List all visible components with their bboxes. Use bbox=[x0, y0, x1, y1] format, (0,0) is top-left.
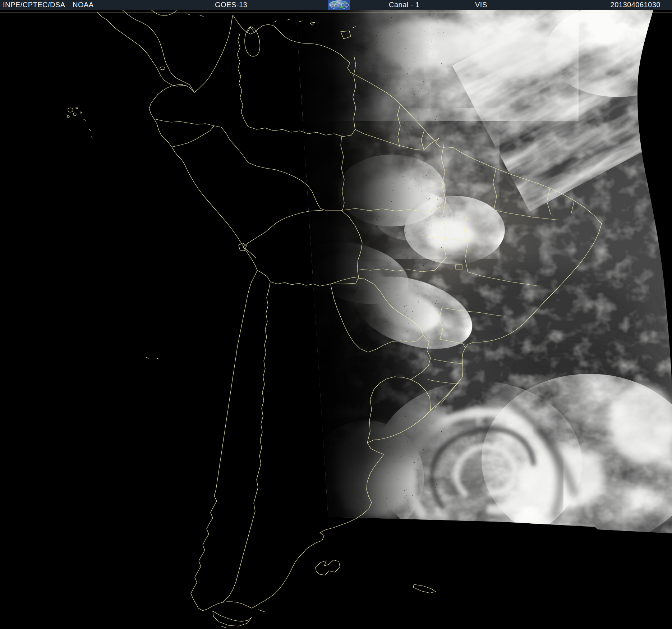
channel-type-label: VIS bbox=[475, 0, 487, 9]
island-espanola bbox=[84, 119, 86, 120]
island-curacao bbox=[287, 19, 290, 20]
island-floreana bbox=[67, 115, 69, 118]
satellite-product-page: { "header": { "agency": "INPE/CPTEC/DSA"… bbox=[0, 0, 672, 629]
border-ecuador-peru bbox=[172, 126, 214, 147]
border-colombia-ecuador bbox=[155, 119, 221, 127]
island-antilles-1 bbox=[187, 14, 190, 15]
island-san-ambrosio bbox=[156, 358, 159, 359]
satellite-label: GOES-13 bbox=[215, 0, 247, 9]
channel-label: Canal - 1 bbox=[389, 0, 420, 9]
island-isabela bbox=[68, 108, 73, 112]
noaa-label: NOAA bbox=[73, 0, 94, 9]
title-bar: INPE/CPTEC/DSA NOAA GOES-13 Canal - 1 VI… bbox=[0, 0, 672, 10]
falkland-islands bbox=[316, 560, 340, 575]
island-antilles-2 bbox=[200, 15, 203, 17]
island-santa-cruz bbox=[73, 113, 76, 116]
central-america-caribbean-coast bbox=[122, 10, 194, 92]
galapagos-islands bbox=[67, 107, 92, 138]
isla-de-los-estados bbox=[258, 610, 264, 612]
island-san-felix bbox=[146, 357, 149, 358]
lake-maracaibo bbox=[245, 27, 260, 56]
agency-label: INPE/CPTEC/DSA bbox=[3, 0, 65, 9]
island-small-1 bbox=[89, 129, 91, 130]
cptec-logo: CPTEC bbox=[328, 0, 350, 10]
island-aruba bbox=[274, 21, 277, 22]
border-venezuela-colombia bbox=[237, 33, 248, 127]
day-side-imagery bbox=[294, 0, 672, 546]
terminator-dither bbox=[302, 10, 446, 524]
island-far-south bbox=[221, 626, 226, 628]
border-bolivia-chile bbox=[257, 270, 270, 282]
timestamp-label: 201304061030 bbox=[611, 0, 661, 9]
island-santiago bbox=[76, 107, 78, 109]
logo-text: CPTEC bbox=[330, 2, 349, 8]
tierra-del-fuego-south bbox=[213, 611, 252, 626]
border-colombia-peru bbox=[221, 127, 248, 162]
core-itcz-2 bbox=[471, 29, 571, 79]
satellite-image bbox=[0, 0, 672, 629]
lake-nicaragua bbox=[160, 67, 165, 70]
yucatan-coast bbox=[151, 10, 177, 16]
border-chile-argentina bbox=[222, 282, 270, 602]
island-small-2 bbox=[92, 137, 92, 138]
island-san-cristobal bbox=[80, 112, 82, 113]
south-georgia-island bbox=[413, 584, 436, 593]
